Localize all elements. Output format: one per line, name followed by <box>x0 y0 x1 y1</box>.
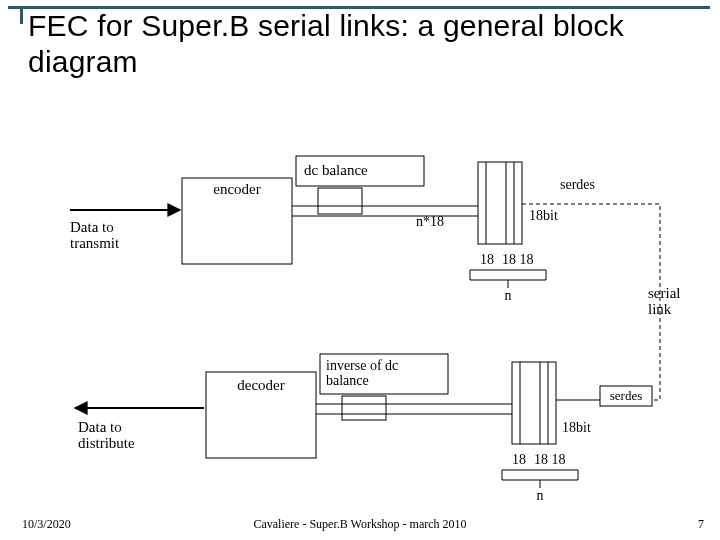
serdes-bottom-label: serdes <box>610 388 643 403</box>
footer-center: Cavaliere - Super.B Workshop - march 201… <box>0 517 720 532</box>
svg-rect-15 <box>342 396 386 420</box>
tn-top: n <box>505 288 512 303</box>
svg-rect-18 <box>512 362 556 444</box>
data-tx-label: Data totransmit <box>70 219 120 251</box>
tn-bottom: n <box>537 488 544 503</box>
svg-rect-3 <box>318 188 362 214</box>
b18b: 18 18 <box>534 452 566 467</box>
encoder-label: encoder <box>213 181 260 197</box>
dc-balance-label: dc balance <box>304 162 368 178</box>
t18b: 18 18 <box>502 252 534 267</box>
serdes-top-label: serdes <box>560 177 595 192</box>
n18-label: n*18 <box>416 214 444 229</box>
data-dx-label: Data todistribute <box>78 419 135 451</box>
bits18-top: 18bit <box>529 208 558 223</box>
svg-rect-6 <box>478 162 522 244</box>
footer-page: 7 <box>698 517 704 532</box>
diagram-canvas: Data totransmit encoder dc balance n*18 … <box>0 0 720 540</box>
serial-link-label: seriallink <box>648 285 680 317</box>
t18a: 18 <box>480 252 494 267</box>
decoder-label: decoder <box>237 377 284 393</box>
bits18-bottom: 18bit <box>562 420 591 435</box>
b18a: 18 <box>512 452 526 467</box>
